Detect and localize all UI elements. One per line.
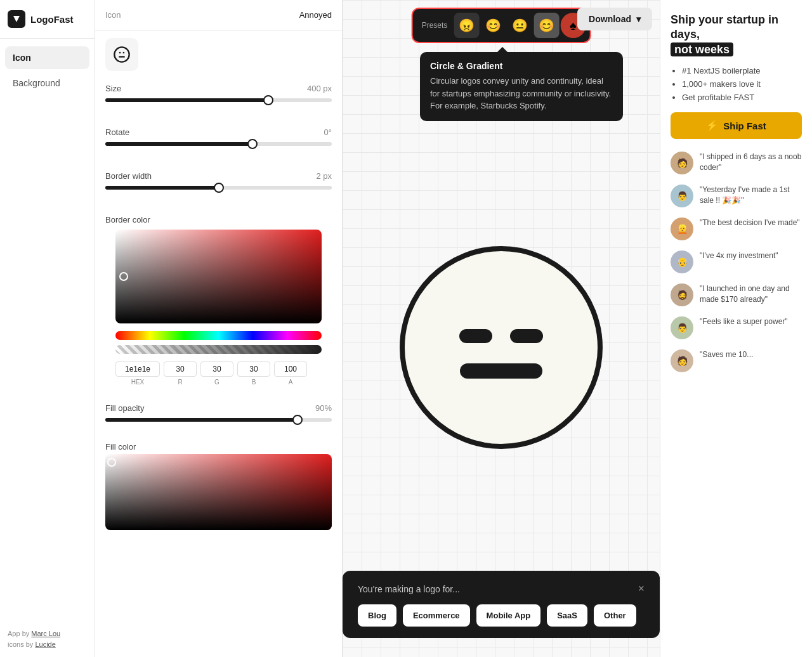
rotate-control: Rotate 0° [95,122,342,166]
logo-face-preview [400,246,603,449]
bottom-modal: You're making a logo for... × Blog Ecomm… [343,571,660,638]
option-mobile-app[interactable]: Mobile App [476,604,541,627]
face-eye-left [459,329,492,343]
g-input[interactable] [200,361,233,377]
lightning-icon: ⚡ [706,120,718,131]
border-width-slider[interactable] [105,186,332,190]
left-sidebar: LogoFast Icon Background App by Marc Lou… [0,0,95,657]
avatar-7: 🧑 [671,349,693,372]
preset-btn-3[interactable]: 😐 [507,13,532,38]
modal-title: You're making a logo for... [358,584,460,594]
bullet-1: #1 NextJS boilerplate [682,66,802,75]
testimonial-text-2: "Yesterday I've made a 1st sale !! 🎉🎉" [700,185,802,206]
avatar-6: 👨 [671,316,693,339]
presets-label: Presets [417,21,453,30]
r-input[interactable] [164,361,197,377]
avatar-2: 👨 [671,185,693,207]
modal-header: You're making a logo for... × [358,582,645,595]
hue-slider[interactable] [115,331,322,340]
canvas-area: ↩ Download ▾ Presets 😠 😊 😐 😊 ♠ Circle & … [343,0,660,657]
footer-marc-lou-link[interactable]: Marc Lou [31,630,60,637]
testimonial-6: 👨 "Feels like a super power" [671,316,802,339]
logo-icon-graphic [8,10,25,28]
border-color-label: Border color [105,215,150,224]
footer-app-by: App by [8,630,29,637]
download-button[interactable]: Download ▾ [577,8,652,30]
a-input[interactable] [274,361,307,377]
border-color-control: Border color HEX R G B [95,210,342,403]
right-header: Ship your startup in days, not weeks [671,13,802,57]
presets-toolbar: Presets 😠 😊 😐 😊 ♠ [412,8,591,43]
icon-preview [105,38,138,71]
download-label: Download [589,14,631,24]
middle-panel: Icon Annoyed Size 400 px Rotate 0° [95,0,343,657]
panel-icon-value: Annoyed [299,10,332,20]
right-header-highlight: not weeks [671,42,733,56]
face-mouth [460,363,542,379]
option-blog[interactable]: Blog [358,604,396,627]
nav-item-icon[interactable]: Icon [5,46,89,69]
ship-fast-button[interactable]: ⚡ Ship Fast [671,112,802,139]
preset-btn-4[interactable]: 😊 [534,13,559,38]
right-header-part1: Ship your startup in days, [671,13,778,41]
option-saas[interactable]: SaaS [547,604,587,627]
border-color-picker[interactable] [115,230,322,323]
annoyed-icon [113,46,131,63]
testimonial-text-6: "Feels like a super power" [700,316,788,327]
testimonial-4: 👴 "I've 4x my investment" [671,250,802,273]
avatar-4: 👴 [671,250,693,273]
face-eye-right [510,329,543,343]
right-sidebar: Ship your startup in days, not weeks #1 … [660,0,812,657]
fill-opacity-slider[interactable] [105,418,332,422]
border-width-control: Border width 2 px [95,166,342,210]
testimonial-text-4: "I've 4x my investment" [700,250,778,261]
nav-item-background[interactable]: Background [5,72,89,94]
r-label: R [178,379,182,386]
size-label: Size [105,84,121,93]
hex-input[interactable] [115,361,160,377]
b-input[interactable] [237,361,270,377]
size-value: 400 px [307,84,332,93]
alpha-slider[interactable] [115,345,322,354]
fill-opacity-label: Fill opacity [105,403,144,413]
size-control: Size 400 px [95,79,342,122]
color-inputs: HEX R G B A [105,361,332,393]
app-logo: LogoFast [0,0,95,39]
tooltip: Circle & Gradient Circular logos convey … [420,52,623,121]
avatar-5: 🧔 [671,283,693,306]
g-label: G [214,379,219,386]
testimonial-5: 🧔 "I launched in one day and made $170 a… [671,283,802,306]
tooltip-text: Circular logos convey unity and continui… [430,75,613,112]
color-picker-handle[interactable] [119,272,128,281]
testimonial-text-1: "I shipped in 6 days as a noob coder" [700,152,802,173]
testimonial-7: 🧑 "Saves me 10... [671,349,802,372]
avatar-3: 👱 [671,218,693,240]
rotate-value: 0° [324,127,332,137]
option-other[interactable]: Other [594,604,636,627]
a-label: A [289,379,293,386]
fill-opacity-value: 90% [315,403,332,413]
fill-color-picker[interactable] [105,454,332,530]
testimonial-3: 👱 "The best decision I've made" [671,218,802,240]
modal-close-button[interactable]: × [638,582,645,595]
testimonial-text-3: "The best decision I've made" [700,218,800,228]
testimonial-2: 👨 "Yesterday I've made a 1st sale !! 🎉🎉" [671,185,802,207]
option-ecommerce[interactable]: Ecommerce [403,604,470,627]
preset-btn-2[interactable]: 😊 [480,13,506,38]
testimonial-1: 🧑 "I shipped in 6 days as a noob coder" [671,152,802,174]
testimonial-text-5: "I launched in one day and made $170 alr… [700,283,802,305]
avatar-1: 🧑 [671,152,693,174]
panel-icon-label: Icon [105,10,121,20]
tooltip-title: Circle & Gradient [430,61,613,71]
footer-lucide-link[interactable]: Lucide [35,641,55,648]
preset-btn-1[interactable]: 😠 [454,13,479,38]
fill-color-handle[interactable] [107,458,116,467]
fill-opacity-control: Fill opacity 90% [95,403,342,437]
modal-options: Blog Ecommerce Mobile App SaaS Other [358,604,645,627]
bullet-2: 1,000+ makers love it [682,79,802,89]
size-slider[interactable] [105,98,332,102]
rotate-slider[interactable] [105,142,332,146]
app-name: LogoFast [30,14,74,25]
svg-point-0 [114,47,129,62]
face-eyes [459,329,543,343]
